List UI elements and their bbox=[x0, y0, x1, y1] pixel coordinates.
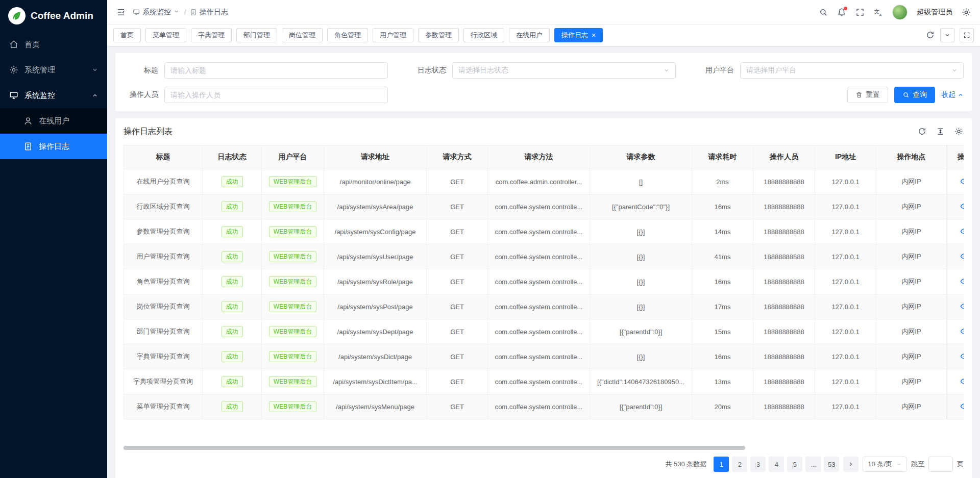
cell-handler: com.coffee.system.controlle... bbox=[488, 394, 590, 419]
view-detail-eye-icon[interactable] bbox=[960, 352, 964, 361]
cell-handler: com.coffee.system.controlle... bbox=[488, 344, 590, 369]
fullscreen-icon[interactable] bbox=[855, 8, 865, 17]
column-header[interactable]: 日志状态 bbox=[203, 145, 262, 169]
avatar[interactable] bbox=[892, 5, 908, 20]
column-header[interactable]: 操作地点 bbox=[876, 145, 947, 169]
tab[interactable]: 菜单管理 bbox=[145, 28, 186, 42]
translate-icon[interactable]: 文A bbox=[874, 8, 883, 17]
view-detail-eye-icon[interactable] bbox=[960, 327, 964, 336]
tab-actions-dropdown[interactable] bbox=[940, 28, 954, 42]
sidebar-item-system-monitor[interactable]: 系统监控 bbox=[0, 83, 107, 108]
reset-button[interactable]: 重置 bbox=[847, 87, 888, 103]
tab[interactable]: 在线用户 bbox=[509, 28, 550, 42]
chevron-down-icon bbox=[92, 67, 98, 73]
page-button[interactable]: 3 bbox=[750, 457, 766, 472]
view-detail-eye-icon[interactable] bbox=[960, 252, 964, 261]
view-detail-eye-icon[interactable] bbox=[960, 402, 964, 411]
menu-fold-icon[interactable] bbox=[116, 8, 126, 17]
column-header[interactable]: 请求参数 bbox=[590, 145, 692, 169]
page-button[interactable]: 4 bbox=[769, 457, 784, 472]
reset-label: 重置 bbox=[866, 90, 880, 99]
tab[interactable]: 参数管理 bbox=[418, 28, 459, 42]
column-header[interactable]: 请求耗时 bbox=[692, 145, 753, 169]
column-header[interactable]: 用户平台 bbox=[262, 145, 324, 169]
tab[interactable]: 角色管理 bbox=[327, 28, 368, 42]
cell-ip: 127.0.0.1 bbox=[815, 369, 876, 394]
column-header[interactable]: 请求方式 bbox=[427, 145, 488, 169]
page-button[interactable]: 53 bbox=[824, 457, 839, 472]
column-header[interactable]: 操作 bbox=[947, 145, 964, 169]
page-button[interactable]: ... bbox=[805, 457, 821, 472]
view-detail-eye-icon[interactable] bbox=[960, 202, 964, 211]
tab[interactable]: 首页 bbox=[113, 28, 141, 42]
column-header[interactable]: 标题 bbox=[124, 145, 203, 169]
page-button[interactable]: 1 bbox=[714, 457, 729, 472]
username[interactable]: 超级管理员 bbox=[917, 8, 952, 17]
tab-tools bbox=[926, 28, 974, 42]
column-header[interactable]: 请求地址 bbox=[324, 145, 427, 169]
tab[interactable]: 部门管理 bbox=[236, 28, 277, 42]
chevron-down-icon bbox=[174, 9, 181, 16]
scrollbar-thumb[interactable] bbox=[124, 446, 745, 450]
operator-input[interactable] bbox=[164, 87, 388, 103]
column-settings-gear-icon[interactable] bbox=[954, 127, 964, 136]
sidebar-item-online-users[interactable]: 在线用户 bbox=[0, 108, 107, 134]
tab[interactable]: 操作日志 × bbox=[554, 28, 603, 42]
log-status-select[interactable]: 请选择日志状态 bbox=[452, 62, 676, 79]
page-button[interactable]: 5 bbox=[787, 457, 802, 472]
content-fullscreen-icon[interactable] bbox=[960, 28, 974, 42]
notification-bell-icon[interactable] bbox=[837, 8, 846, 17]
cell-operator: 18888888888 bbox=[753, 244, 815, 269]
tab[interactable]: 岗位管理 bbox=[282, 28, 323, 42]
breadcrumb-parent[interactable]: 系统监控 bbox=[133, 8, 181, 17]
sidebar-item-home[interactable]: 首页 bbox=[0, 32, 107, 57]
platform-badge: WEB管理后台 bbox=[269, 326, 316, 337]
cell-location: 内网IP bbox=[876, 244, 947, 269]
search-button[interactable]: 查询 bbox=[894, 87, 935, 103]
tab[interactable]: 行政区域 bbox=[463, 28, 504, 42]
cell-actions bbox=[947, 244, 964, 269]
tab-label: 部门管理 bbox=[243, 31, 270, 40]
settings-gear-icon[interactable] bbox=[962, 8, 971, 17]
tab-close-icon[interactable]: × bbox=[592, 32, 596, 39]
app-logo[interactable]: Coffee Admin bbox=[0, 0, 107, 32]
column-header[interactable]: 操作人员 bbox=[753, 145, 815, 169]
title-input[interactable] bbox=[164, 62, 388, 79]
jump-page-input[interactable] bbox=[928, 457, 953, 472]
user-platform-select[interactable]: 请选择用户平台 bbox=[740, 62, 964, 79]
sidebar-item-system-management[interactable]: 系统管理 bbox=[0, 57, 107, 83]
tab[interactable]: 字典管理 bbox=[191, 28, 232, 42]
sidebar-item-operation-log[interactable]: 操作日志 bbox=[0, 134, 107, 159]
refresh-icon[interactable] bbox=[926, 31, 935, 40]
column-header[interactable]: 请求方法 bbox=[488, 145, 590, 169]
view-detail-eye-icon[interactable] bbox=[960, 377, 964, 386]
status-badge: 成功 bbox=[222, 376, 243, 387]
view-detail-eye-icon[interactable] bbox=[960, 302, 964, 311]
page-button[interactable]: 2 bbox=[732, 457, 747, 472]
log-table: 标题 日志状态 用户平台 请求地址 请求方式 请求方法 请求参数 请求耗时 操作… bbox=[124, 145, 964, 419]
cell-request-url: /api/system/sysPost/page bbox=[324, 294, 427, 319]
cell-platform: WEB管理后台 bbox=[262, 344, 324, 369]
filter-operator-field: 操作人员 bbox=[124, 87, 388, 103]
row-density-icon[interactable] bbox=[936, 127, 945, 136]
cell-title: 在线用户分页查询 bbox=[124, 169, 203, 194]
monitor-icon bbox=[133, 9, 140, 16]
tab-label: 首页 bbox=[120, 31, 134, 40]
sidebar-item-label: 在线用户 bbox=[39, 116, 69, 126]
search-icon[interactable] bbox=[819, 8, 828, 17]
view-detail-eye-icon[interactable] bbox=[960, 227, 964, 236]
breadcrumb-divider: / bbox=[184, 8, 186, 16]
cell-title: 岗位管理分页查询 bbox=[124, 294, 203, 319]
column-header[interactable]: IP地址 bbox=[815, 145, 876, 169]
page-size-select[interactable]: 10 条/页 bbox=[863, 457, 907, 472]
cell-params: [{"dictId":140647326180950... bbox=[590, 369, 692, 394]
cell-platform: WEB管理后台 bbox=[262, 194, 324, 219]
tab[interactable]: 用户管理 bbox=[373, 28, 413, 42]
next-page-button[interactable] bbox=[843, 457, 859, 472]
collapse-filters-link[interactable]: 收起 bbox=[941, 90, 964, 99]
refresh-icon[interactable] bbox=[918, 127, 927, 136]
cell-status: 成功 bbox=[203, 369, 262, 394]
view-detail-eye-icon[interactable] bbox=[960, 277, 964, 286]
view-detail-eye-icon[interactable] bbox=[960, 177, 964, 186]
cell-request-method: GET bbox=[427, 244, 488, 269]
